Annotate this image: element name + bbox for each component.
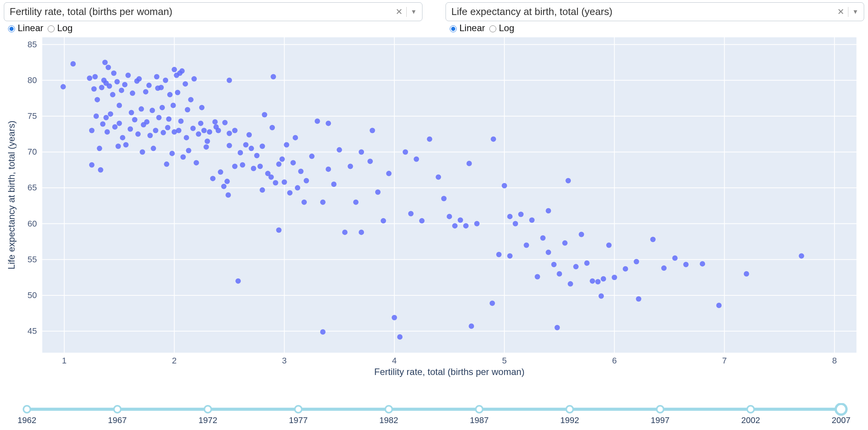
data-point[interactable] <box>93 113 99 119</box>
data-point[interactable] <box>271 74 276 80</box>
data-point[interactable] <box>419 218 424 223</box>
data-point[interactable] <box>226 192 231 198</box>
data-point[interactable] <box>154 74 160 80</box>
data-point[interactable] <box>60 84 66 90</box>
data-point[interactable] <box>176 128 181 133</box>
data-point[interactable] <box>165 125 170 130</box>
data-point[interactable] <box>601 276 606 282</box>
data-point[interactable] <box>447 214 452 219</box>
data-point[interactable] <box>115 79 120 85</box>
data-point[interactable] <box>246 132 252 137</box>
data-point[interactable] <box>326 121 331 126</box>
data-point[interactable] <box>102 60 108 65</box>
data-point[interactable] <box>158 85 164 90</box>
data-point[interactable] <box>100 122 105 127</box>
y-scale-linear-radio[interactable] <box>450 25 457 32</box>
x-scale-log-radio[interactable] <box>48 25 55 32</box>
data-point[interactable] <box>251 166 256 171</box>
data-point[interactable] <box>128 127 133 132</box>
data-point[interactable] <box>469 323 474 329</box>
slider-tick[interactable] <box>747 406 754 413</box>
data-point[interactable] <box>108 111 113 117</box>
data-point[interactable] <box>375 190 381 195</box>
data-point[interactable] <box>474 221 480 227</box>
data-point[interactable] <box>146 83 152 88</box>
data-point[interactable] <box>414 157 419 162</box>
data-point[interactable] <box>491 137 496 142</box>
data-point[interactable] <box>186 148 191 153</box>
y-scale-log-option[interactable]: Log <box>487 23 514 33</box>
data-point[interactable] <box>216 128 221 133</box>
data-point[interactable] <box>436 174 441 180</box>
data-point[interactable] <box>227 143 232 148</box>
data-point[interactable] <box>99 85 105 90</box>
data-point[interactable] <box>143 89 148 95</box>
data-point[interactable] <box>381 218 386 223</box>
data-point[interactable] <box>201 128 207 133</box>
data-point[interactable] <box>179 68 185 74</box>
data-point[interactable] <box>320 329 326 335</box>
data-point[interactable] <box>212 119 218 125</box>
scatter-chart[interactable]: 12345678455055606570758085Fertility rate… <box>4 33 864 380</box>
data-point[interactable] <box>222 120 228 125</box>
data-point[interactable] <box>249 146 254 151</box>
data-point[interactable] <box>599 293 604 299</box>
data-point[interactable] <box>518 212 524 217</box>
data-point[interactable] <box>183 81 188 87</box>
data-point[interactable] <box>502 183 507 188</box>
data-point[interactable] <box>184 135 189 140</box>
data-point[interactable] <box>218 169 223 175</box>
data-point[interactable] <box>129 110 134 115</box>
data-point[interactable] <box>232 163 238 169</box>
data-point[interactable] <box>178 118 184 124</box>
data-point[interactable] <box>198 121 203 126</box>
y-scale-log-radio[interactable] <box>489 25 496 32</box>
y-axis-dropdown[interactable]: Life expectancy at birth, total (years) … <box>446 2 864 21</box>
data-point[interactable] <box>111 70 116 76</box>
data-point[interactable] <box>130 90 135 96</box>
data-point[interactable] <box>554 325 560 330</box>
data-point[interactable] <box>120 135 125 140</box>
slider-tick[interactable] <box>295 406 302 413</box>
data-point[interactable] <box>107 83 112 89</box>
data-point[interactable] <box>273 180 278 185</box>
data-point[interactable] <box>595 279 600 285</box>
data-point[interactable] <box>579 232 584 237</box>
data-point[interactable] <box>284 142 289 148</box>
slider-tick[interactable] <box>566 406 573 413</box>
data-point[interactable] <box>568 281 573 287</box>
data-point[interactable] <box>650 237 656 242</box>
data-point[interactable] <box>584 260 590 266</box>
data-point[interactable] <box>331 182 336 187</box>
data-point[interactable] <box>546 208 551 213</box>
data-point[interactable] <box>452 223 457 228</box>
data-point[interactable] <box>116 121 122 126</box>
data-point[interactable] <box>282 179 287 185</box>
data-point[interactable] <box>238 150 243 155</box>
data-point[interactable] <box>295 185 300 190</box>
slider-tick[interactable] <box>205 406 211 413</box>
data-point[interactable] <box>348 163 353 169</box>
clear-icon[interactable]: ✕ <box>396 7 402 17</box>
data-point[interactable] <box>557 271 562 277</box>
x-scale-linear-radio[interactable] <box>8 25 15 32</box>
data-point[interactable] <box>562 240 568 246</box>
data-point[interactable] <box>105 129 110 135</box>
data-point[interactable] <box>546 250 551 255</box>
data-point[interactable] <box>227 78 232 83</box>
data-point[interactable] <box>309 153 314 159</box>
data-point[interactable] <box>115 143 121 149</box>
data-point[interactable] <box>269 125 275 130</box>
data-point[interactable] <box>342 230 348 235</box>
data-point[interactable] <box>87 75 92 81</box>
data-point[interactable] <box>210 176 216 181</box>
data-point[interactable] <box>367 158 373 164</box>
data-point[interactable] <box>565 178 571 183</box>
data-point[interactable] <box>150 108 155 113</box>
data-point[interactable] <box>661 265 667 271</box>
data-point[interactable] <box>166 116 171 122</box>
data-point[interactable] <box>370 128 375 133</box>
data-point[interactable] <box>683 262 688 267</box>
data-point[interactable] <box>408 211 414 216</box>
data-point[interactable] <box>190 126 196 131</box>
